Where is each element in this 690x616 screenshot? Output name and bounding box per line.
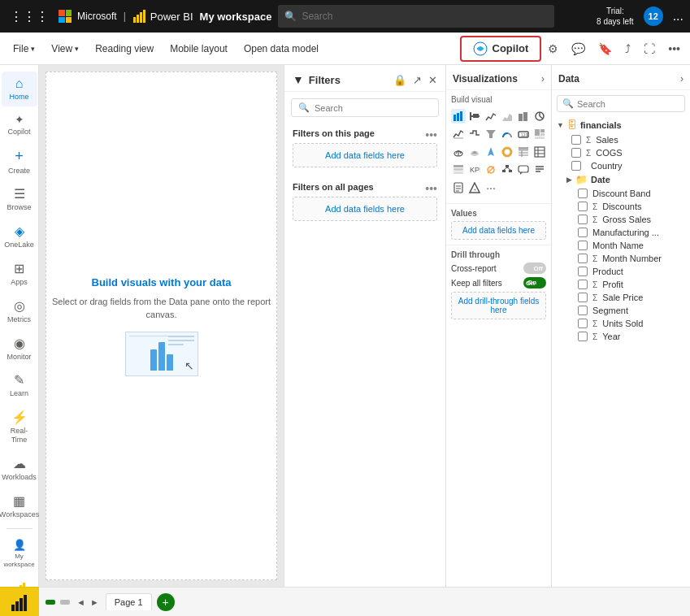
data-item-product-checkbox[interactable] <box>578 267 588 276</box>
viz-line-chart-icon[interactable] <box>484 109 498 124</box>
sidebar-item-browse[interactable]: ☰ Browse <box>2 181 37 217</box>
data-item-cogs-checkbox[interactable] <box>571 148 581 158</box>
viz-gauge-icon[interactable] <box>500 127 514 141</box>
sidebar-item-learn[interactable]: ✎ Learn <box>2 367 37 403</box>
viz-funnel-icon[interactable] <box>484 127 498 141</box>
filters-all-pages-dots[interactable]: ••• <box>425 182 437 195</box>
sidebar-item-home[interactable]: ⌂ Home <box>2 72 37 106</box>
viz-table-icon[interactable] <box>532 145 547 159</box>
sidebar-item-realtime[interactable]: ⚡ Real-Time <box>2 405 37 449</box>
viz-donut-icon[interactable] <box>500 145 514 159</box>
viz-kpi-icon[interactable]: KPI <box>467 163 482 177</box>
data-subgroup-date-header[interactable]: ▶ 📁 Date <box>558 172 690 187</box>
data-item-cogs[interactable]: Σ COGS <box>552 146 690 159</box>
data-item-month-number[interactable]: Σ Month Number <box>558 252 690 265</box>
filters-lock-icon[interactable]: 🔒 <box>393 74 406 86</box>
filters-expand-icon[interactable]: ↗ <box>413 74 422 86</box>
data-group-financials-header[interactable]: ▼ 🗄 financials <box>552 117 690 133</box>
add-page-button[interactable]: + <box>157 593 175 611</box>
viz-paginated-icon[interactable] <box>451 180 466 195</box>
data-item-units-sold-checkbox[interactable] <box>578 319 588 328</box>
comment-icon[interactable]: 💬 <box>568 39 588 59</box>
filters-all-pages-add-box[interactable]: Add data fields here <box>293 197 437 221</box>
data-item-segment[interactable]: Segment <box>558 304 690 317</box>
data-item-discounts[interactable]: Σ Discounts <box>558 200 690 213</box>
sidebar-item-apps[interactable]: ⊞ Apps <box>2 256 37 292</box>
sidebar-item-workloads[interactable]: ☁ Workloads <box>2 451 37 487</box>
avatar[interactable]: 12 <box>644 7 663 26</box>
data-item-sale-price-checkbox[interactable] <box>578 293 588 302</box>
sidebar-item-metrics[interactable]: ◎ Metrics <box>2 293 37 329</box>
viz-scatter-icon[interactable] <box>516 109 531 124</box>
data-item-country-checkbox[interactable] <box>571 161 581 171</box>
viz-keep-filters-toggle[interactable]: On <box>523 277 546 288</box>
ribbon-more-icon[interactable]: ••• <box>665 39 683 59</box>
mobile-layout-button[interactable]: Mobile layout <box>163 40 234 58</box>
data-item-manufacturing[interactable]: Manufacturing ... <box>558 226 690 239</box>
viz-column-chart-icon[interactable] <box>467 109 482 124</box>
waffle-icon[interactable]: ⋮⋮⋮ <box>7 6 52 28</box>
data-item-year[interactable]: Σ Year <box>558 330 690 343</box>
viz-decomp-icon[interactable] <box>500 163 514 177</box>
data-search-input[interactable] <box>577 99 679 109</box>
viz-qna-icon[interactable] <box>516 163 531 177</box>
data-item-sales-checkbox[interactable] <box>571 135 581 145</box>
bookmark-icon[interactable]: 🔖 <box>595 39 615 59</box>
viz-bar-chart-icon[interactable] <box>451 109 466 124</box>
data-item-discount-band-checkbox[interactable] <box>578 189 588 198</box>
filters-close-icon[interactable]: ✕ <box>428 74 437 86</box>
data-item-gross-sales[interactable]: Σ Gross Sales <box>558 213 690 226</box>
viz-drill-add-box[interactable]: Add drill-through fields here <box>451 292 546 319</box>
filter-search-bar[interactable]: 🔍 <box>291 98 439 117</box>
view-menu[interactable]: View ▾ <box>45 40 85 58</box>
viz-map-icon[interactable] <box>451 145 466 159</box>
data-item-discount-band[interactable]: Discount Band <box>558 187 690 200</box>
sidebar-item-create[interactable]: + Create <box>2 143 37 180</box>
page-tab-page1[interactable]: Page 1 <box>106 593 152 610</box>
data-item-year-checkbox[interactable] <box>578 332 588 341</box>
viz-filled-map-icon[interactable] <box>467 145 482 159</box>
data-panel-expand-icon[interactable]: › <box>680 73 683 85</box>
viz-matrix-icon[interactable] <box>516 145 531 159</box>
data-item-segment-checkbox[interactable] <box>578 306 588 315</box>
viz-smart-narrative-icon[interactable] <box>532 163 547 177</box>
sidebar-item-onelake[interactable]: ◈ OneLake <box>2 219 37 254</box>
viz-line2-icon[interactable] <box>451 127 466 141</box>
open-data-model-button[interactable]: Open data model <box>237 40 325 58</box>
viz-cross-report-toggle[interactable]: Off <box>523 262 546 274</box>
data-item-month-number-checkbox[interactable] <box>578 254 588 263</box>
sidebar-item-copilot[interactable]: ✦ Copilot <box>2 108 37 141</box>
reading-view-button[interactable]: Reading view <box>89 40 160 58</box>
data-search-bar[interactable]: 🔍 <box>557 95 685 112</box>
viz-pie-icon[interactable] <box>532 109 547 124</box>
data-item-month-name-checkbox[interactable] <box>578 241 588 250</box>
viz-custom-viz-icon[interactable]: + <box>467 180 482 195</box>
sidebar-item-monitor[interactable]: ◉ Monitor <box>2 331 37 367</box>
viz-treemap-icon[interactable] <box>532 127 547 141</box>
global-search-bar[interactable]: 🔍 <box>278 5 554 28</box>
filter-search-input[interactable] <box>315 103 432 113</box>
viz-more-icon[interactable]: ··· <box>484 180 498 195</box>
viz-waterfall-icon[interactable] <box>467 127 482 141</box>
sidebar-item-my-workspace[interactable]: 👤 My workspace <box>2 534 37 573</box>
viz-multirow-icon[interactable] <box>451 163 466 177</box>
data-item-manufacturing-checkbox[interactable] <box>578 228 588 237</box>
sidebar-item-workspaces[interactable]: ▦ Workspaces <box>2 488 37 524</box>
global-search-input[interactable] <box>302 11 548 22</box>
data-item-sale-price[interactable]: Σ Sale Price <box>558 291 690 304</box>
viz-expand-icon[interactable]: › <box>541 73 545 85</box>
file-menu[interactable]: File ▾ <box>7 40 41 58</box>
viz-card-icon[interactable]: 123 <box>516 127 531 141</box>
data-item-profit-checkbox[interactable] <box>578 280 588 289</box>
data-item-profit[interactable]: Σ Profit <box>558 278 690 291</box>
data-item-units-sold[interactable]: Σ Units Sold <box>558 317 690 330</box>
filters-on-page-add-box[interactable]: Add data fields here <box>293 143 437 167</box>
page-nav-right-icon[interactable]: ► <box>89 596 101 609</box>
share-icon[interactable]: ⤴ <box>622 39 634 59</box>
data-item-gross-sales-checkbox[interactable] <box>578 215 588 224</box>
top-ellipsis-button[interactable]: ... <box>673 9 683 24</box>
data-item-country[interactable]: Country <box>552 159 690 172</box>
viz-azure-map-icon[interactable] <box>484 145 498 159</box>
page-nav-left-icon[interactable]: ◄ <box>75 596 87 609</box>
viz-slicer-icon[interactable] <box>484 163 498 177</box>
